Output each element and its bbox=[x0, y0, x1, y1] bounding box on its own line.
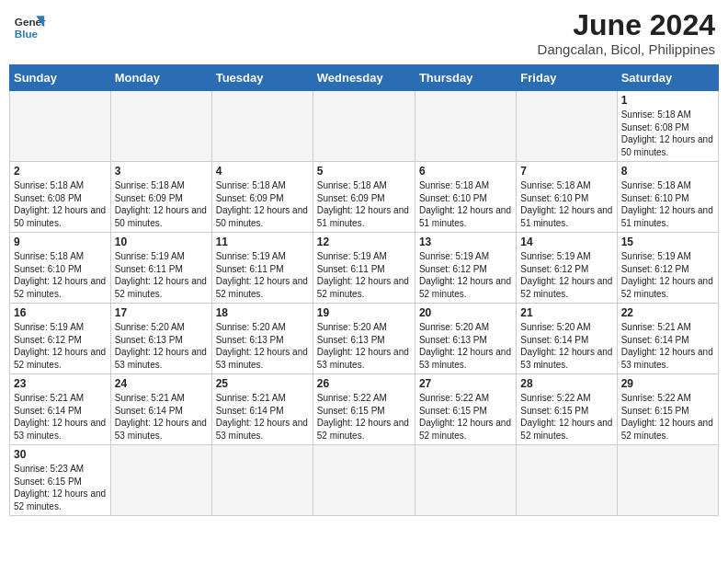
day-info: Sunrise: 5:18 AM Sunset: 6:09 PM Dayligh… bbox=[216, 179, 309, 229]
title-block: June 2024 Dangcalan, Bicol, Philippines bbox=[538, 9, 715, 57]
day-number: 16 bbox=[14, 306, 107, 319]
day-info: Sunrise: 5:18 AM Sunset: 6:10 PM Dayligh… bbox=[621, 179, 714, 229]
day-number: 25 bbox=[216, 377, 309, 390]
day-number: 1 bbox=[621, 94, 714, 107]
day-info: Sunrise: 5:19 AM Sunset: 6:12 PM Dayligh… bbox=[14, 321, 107, 371]
day-info: Sunrise: 5:22 AM Sunset: 6:15 PM Dayligh… bbox=[317, 392, 411, 442]
day-info: Sunrise: 5:19 AM Sunset: 6:12 PM Dayligh… bbox=[419, 250, 512, 300]
calendar-table: SundayMondayTuesdayWednesdayThursdayFrid… bbox=[9, 64, 719, 516]
calendar-day-cell: 30Sunrise: 5:23 AM Sunset: 6:15 PM Dayli… bbox=[10, 445, 111, 516]
day-number: 20 bbox=[419, 306, 512, 319]
day-number: 26 bbox=[317, 377, 411, 390]
calendar-week-row: 30Sunrise: 5:23 AM Sunset: 6:15 PM Dayli… bbox=[10, 445, 719, 516]
day-info: Sunrise: 5:19 AM Sunset: 6:11 PM Dayligh… bbox=[317, 250, 411, 300]
calendar-day-cell: 15Sunrise: 5:19 AM Sunset: 6:12 PM Dayli… bbox=[617, 233, 718, 304]
day-info: Sunrise: 5:23 AM Sunset: 6:15 PM Dayligh… bbox=[14, 463, 107, 512]
calendar-day-cell bbox=[211, 445, 313, 516]
day-info: Sunrise: 5:19 AM Sunset: 6:12 PM Dayligh… bbox=[621, 250, 714, 300]
calendar-day-cell: 27Sunrise: 5:22 AM Sunset: 6:15 PM Dayli… bbox=[415, 374, 516, 445]
calendar-day-cell: 24Sunrise: 5:21 AM Sunset: 6:14 PM Dayli… bbox=[110, 374, 211, 445]
day-info: Sunrise: 5:22 AM Sunset: 6:15 PM Dayligh… bbox=[621, 392, 714, 442]
calendar-day-cell: 16Sunrise: 5:19 AM Sunset: 6:12 PM Dayli… bbox=[10, 304, 111, 374]
calendar-day-cell: 14Sunrise: 5:19 AM Sunset: 6:12 PM Dayli… bbox=[517, 233, 617, 304]
day-number: 7 bbox=[520, 165, 612, 178]
calendar-header-saturday: Saturday bbox=[617, 65, 718, 91]
calendar-day-cell: 28Sunrise: 5:22 AM Sunset: 6:15 PM Dayli… bbox=[517, 374, 617, 445]
day-info: Sunrise: 5:18 AM Sunset: 6:08 PM Dayligh… bbox=[621, 109, 714, 158]
calendar-day-cell: 5Sunrise: 5:18 AM Sunset: 6:09 PM Daylig… bbox=[313, 162, 415, 233]
day-number: 4 bbox=[216, 165, 309, 178]
day-number: 29 bbox=[621, 377, 714, 390]
calendar-day-cell: 4Sunrise: 5:18 AM Sunset: 6:09 PM Daylig… bbox=[211, 162, 313, 233]
calendar-day-cell bbox=[617, 445, 718, 516]
calendar-header-wednesday: Wednesday bbox=[313, 65, 415, 91]
calendar-day-cell: 18Sunrise: 5:20 AM Sunset: 6:13 PM Dayli… bbox=[211, 304, 313, 374]
day-number: 24 bbox=[115, 377, 208, 390]
day-info: Sunrise: 5:20 AM Sunset: 6:13 PM Dayligh… bbox=[115, 321, 208, 371]
calendar-day-cell bbox=[517, 91, 617, 162]
day-info: Sunrise: 5:18 AM Sunset: 6:10 PM Dayligh… bbox=[419, 179, 512, 229]
calendar-day-cell: 6Sunrise: 5:18 AM Sunset: 6:10 PM Daylig… bbox=[415, 162, 516, 233]
day-info: Sunrise: 5:21 AM Sunset: 6:14 PM Dayligh… bbox=[621, 321, 714, 371]
day-number: 15 bbox=[621, 236, 714, 248]
month-year-title: June 2024 bbox=[538, 9, 715, 41]
calendar-day-cell bbox=[415, 91, 516, 162]
day-number: 23 bbox=[14, 377, 107, 390]
day-number: 19 bbox=[317, 306, 411, 319]
calendar-header-monday: Monday bbox=[110, 65, 211, 91]
day-number: 21 bbox=[520, 306, 612, 319]
calendar-day-cell: 25Sunrise: 5:21 AM Sunset: 6:14 PM Dayli… bbox=[211, 374, 313, 445]
day-info: Sunrise: 5:18 AM Sunset: 6:09 PM Dayligh… bbox=[115, 179, 208, 229]
calendar-header-tuesday: Tuesday bbox=[211, 65, 313, 91]
calendar-header-row: SundayMondayTuesdayWednesdayThursdayFrid… bbox=[10, 65, 719, 91]
day-info: Sunrise: 5:18 AM Sunset: 6:10 PM Dayligh… bbox=[14, 250, 107, 300]
calendar-day-cell: 19Sunrise: 5:20 AM Sunset: 6:13 PM Dayli… bbox=[313, 304, 415, 374]
day-info: Sunrise: 5:21 AM Sunset: 6:14 PM Dayligh… bbox=[115, 392, 208, 442]
calendar-day-cell: 17Sunrise: 5:20 AM Sunset: 6:13 PM Dayli… bbox=[110, 304, 211, 374]
location-subtitle: Dangcalan, Bicol, Philippines bbox=[538, 41, 715, 57]
day-number: 8 bbox=[621, 165, 714, 178]
calendar-day-cell: 12Sunrise: 5:19 AM Sunset: 6:11 PM Dayli… bbox=[313, 233, 415, 304]
day-number: 27 bbox=[419, 377, 512, 390]
calendar-day-cell bbox=[313, 91, 415, 162]
calendar-day-cell: 9Sunrise: 5:18 AM Sunset: 6:10 PM Daylig… bbox=[10, 233, 111, 304]
day-info: Sunrise: 5:20 AM Sunset: 6:13 PM Dayligh… bbox=[317, 321, 411, 371]
day-number: 6 bbox=[419, 165, 512, 178]
calendar-day-cell: 26Sunrise: 5:22 AM Sunset: 6:15 PM Dayli… bbox=[313, 374, 415, 445]
calendar-day-cell: 7Sunrise: 5:18 AM Sunset: 6:10 PM Daylig… bbox=[517, 162, 617, 233]
day-info: Sunrise: 5:20 AM Sunset: 6:14 PM Dayligh… bbox=[520, 321, 612, 371]
day-info: Sunrise: 5:18 AM Sunset: 6:08 PM Dayligh… bbox=[14, 179, 107, 229]
day-info: Sunrise: 5:18 AM Sunset: 6:09 PM Dayligh… bbox=[317, 179, 411, 229]
calendar-week-row: 2Sunrise: 5:18 AM Sunset: 6:08 PM Daylig… bbox=[10, 162, 719, 233]
calendar-day-cell: 20Sunrise: 5:20 AM Sunset: 6:13 PM Dayli… bbox=[415, 304, 516, 374]
calendar-week-row: 23Sunrise: 5:21 AM Sunset: 6:14 PM Dayli… bbox=[10, 374, 719, 445]
day-number: 3 bbox=[115, 165, 208, 178]
day-info: Sunrise: 5:20 AM Sunset: 6:13 PM Dayligh… bbox=[216, 321, 309, 371]
day-info: Sunrise: 5:22 AM Sunset: 6:15 PM Dayligh… bbox=[419, 392, 512, 442]
general-blue-logo-icon: General Blue bbox=[13, 9, 46, 42]
calendar-header-friday: Friday bbox=[517, 65, 617, 91]
calendar-day-cell bbox=[211, 91, 313, 162]
calendar-day-cell: 22Sunrise: 5:21 AM Sunset: 6:14 PM Dayli… bbox=[617, 304, 718, 374]
calendar-day-cell: 1Sunrise: 5:18 AM Sunset: 6:08 PM Daylig… bbox=[617, 91, 718, 162]
calendar-day-cell: 29Sunrise: 5:22 AM Sunset: 6:15 PM Dayli… bbox=[617, 374, 718, 445]
calendar-day-cell: 13Sunrise: 5:19 AM Sunset: 6:12 PM Dayli… bbox=[415, 233, 516, 304]
calendar-day-cell bbox=[110, 91, 211, 162]
calendar-day-cell: 2Sunrise: 5:18 AM Sunset: 6:08 PM Daylig… bbox=[10, 162, 111, 233]
day-number: 22 bbox=[621, 306, 714, 319]
calendar-week-row: 1Sunrise: 5:18 AM Sunset: 6:08 PM Daylig… bbox=[10, 91, 719, 162]
day-info: Sunrise: 5:21 AM Sunset: 6:14 PM Dayligh… bbox=[216, 392, 309, 442]
calendar-day-cell: 21Sunrise: 5:20 AM Sunset: 6:14 PM Dayli… bbox=[517, 304, 617, 374]
svg-text:Blue: Blue bbox=[15, 28, 39, 40]
calendar-header-thursday: Thursday bbox=[415, 65, 516, 91]
calendar-day-cell: 8Sunrise: 5:18 AM Sunset: 6:10 PM Daylig… bbox=[617, 162, 718, 233]
calendar-header-sunday: Sunday bbox=[10, 65, 111, 91]
day-number: 17 bbox=[115, 306, 208, 319]
calendar-day-cell bbox=[313, 445, 415, 516]
calendar-week-row: 9Sunrise: 5:18 AM Sunset: 6:10 PM Daylig… bbox=[10, 233, 719, 304]
day-info: Sunrise: 5:20 AM Sunset: 6:13 PM Dayligh… bbox=[419, 321, 512, 371]
day-number: 28 bbox=[520, 377, 612, 390]
calendar-day-cell bbox=[10, 91, 111, 162]
day-number: 9 bbox=[14, 236, 107, 248]
logo: General Blue bbox=[13, 9, 46, 42]
